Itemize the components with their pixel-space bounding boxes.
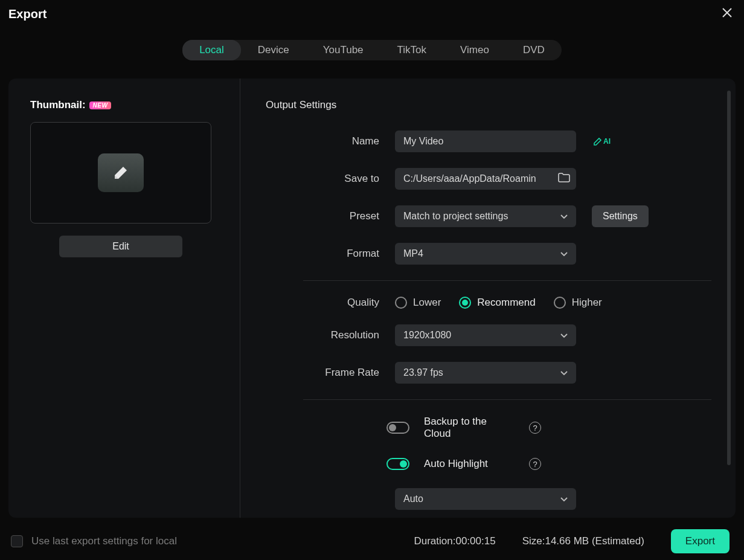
format-label: Format — [266, 248, 395, 260]
pencil-icon — [98, 153, 144, 192]
auto-highlight-label: Auto Highlight — [424, 458, 515, 470]
resolution-value: 1920x1080 — [403, 330, 451, 341]
saveto-label: Save to — [266, 173, 395, 185]
use-last-settings-label: Use last export settings for local — [31, 535, 177, 547]
preset-value: Match to project settings — [403, 211, 508, 222]
tab-local[interactable]: Local — [182, 40, 241, 60]
thumbnail-label: Thumbnail: — [30, 99, 86, 111]
auto-highlight-mode-select[interactable]: Auto — [395, 488, 576, 510]
quality-lower-label: Lower — [413, 297, 441, 309]
ai-name-button[interactable]: AI — [593, 137, 611, 146]
auto-highlight-mode-value: Auto — [403, 494, 423, 504]
quality-recommend-radio[interactable]: Recommend — [459, 297, 535, 309]
chevron-down-icon — [560, 367, 568, 378]
divider — [303, 399, 711, 400]
quality-lower-radio[interactable]: Lower — [395, 297, 441, 309]
new-badge: NEW — [89, 101, 112, 109]
tab-tiktok[interactable]: TikTok — [380, 40, 444, 60]
framerate-select[interactable]: 23.97 fps — [395, 362, 576, 384]
ai-label: AI — [603, 137, 611, 146]
folder-icon[interactable] — [558, 173, 570, 185]
quality-higher-radio[interactable]: Higher — [554, 297, 602, 309]
auto-highlight-toggle[interactable] — [386, 458, 409, 470]
tab-device[interactable]: Device — [241, 40, 306, 60]
tab-youtube[interactable]: YouTube — [306, 40, 380, 60]
duration-info: Duration:00:00:15 — [414, 535, 495, 547]
format-select[interactable]: MP4 — [395, 243, 576, 265]
name-label: Name — [266, 135, 395, 147]
framerate-value: 23.97 fps — [403, 367, 443, 378]
chevron-down-icon — [560, 248, 568, 259]
chevron-down-icon — [560, 211, 568, 222]
output-settings-title: Output Settings — [266, 99, 711, 111]
export-button[interactable]: Export — [671, 529, 730, 553]
saveto-input[interactable] — [395, 168, 576, 190]
format-value: MP4 — [403, 248, 423, 259]
quality-label: Quality — [266, 297, 395, 309]
framerate-label: Frame Rate — [266, 367, 395, 379]
scrollbar[interactable] — [727, 91, 731, 465]
quality-higher-label: Higher — [572, 297, 602, 309]
help-icon[interactable]: ? — [529, 458, 541, 470]
quality-recommend-label: Recommend — [477, 297, 535, 309]
size-info: Size:14.66 MB (Estimated) — [522, 535, 644, 547]
help-icon[interactable]: ? — [529, 422, 541, 434]
dialog-title: Export — [8, 7, 46, 21]
thumbnail-preview[interactable] — [30, 122, 211, 224]
tab-vimeo[interactable]: Vimeo — [443, 40, 506, 60]
backup-cloud-toggle[interactable] — [386, 422, 409, 434]
chevron-down-icon — [560, 494, 568, 504]
name-input[interactable] — [395, 130, 576, 152]
preset-select[interactable]: Match to project settings — [395, 205, 576, 227]
resolution-label: Resolution — [266, 329, 395, 341]
chevron-down-icon — [560, 330, 568, 341]
backup-cloud-label: Backup to the Cloud — [424, 416, 515, 440]
use-last-settings-checkbox[interactable] — [11, 535, 23, 547]
resolution-select[interactable]: 1920x1080 — [395, 324, 576, 346]
edit-thumbnail-button[interactable]: Edit — [59, 236, 182, 257]
tab-dvd[interactable]: DVD — [506, 40, 562, 60]
export-tabs: Local Device YouTube TikTok Vimeo DVD — [182, 40, 562, 60]
preset-label: Preset — [266, 210, 395, 222]
divider — [303, 280, 711, 281]
close-icon[interactable] — [720, 6, 734, 22]
preset-settings-button[interactable]: Settings — [592, 205, 649, 227]
